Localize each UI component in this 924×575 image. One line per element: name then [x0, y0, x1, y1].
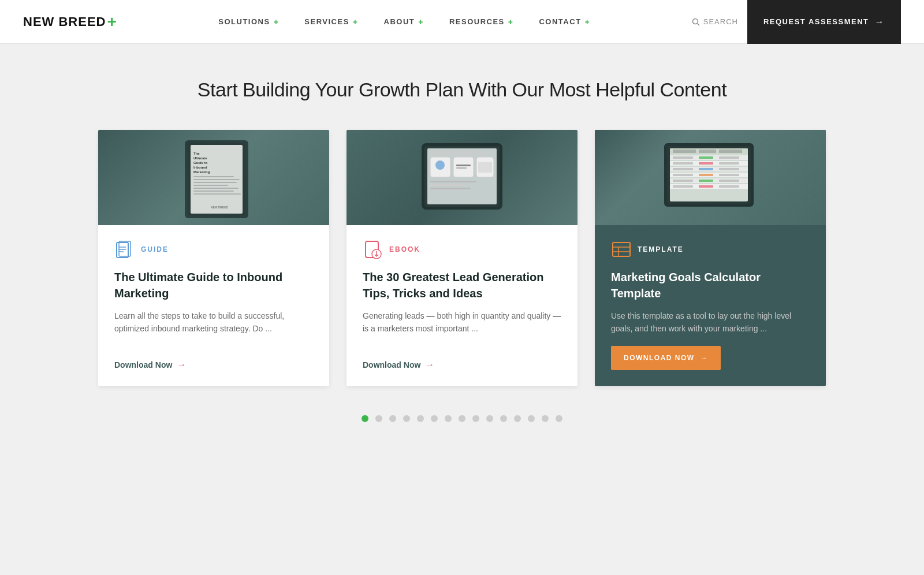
cards-container: The Ultimate Guide to Inbound Marketing …: [87, 130, 837, 386]
pagination-dot-6[interactable]: [445, 415, 452, 422]
pagination-dot-0[interactable]: [362, 415, 368, 422]
svg-rect-44: [673, 150, 696, 153]
svg-rect-34: [430, 181, 476, 182]
nav-contact[interactable]: CONTACT +: [526, 0, 603, 44]
guide-image-svg: The Ultimate Guide to Inbound Marketing …: [156, 135, 271, 221]
svg-text:The: The: [193, 152, 200, 155]
svg-rect-36: [430, 188, 471, 189]
card-ebook-mock: [346, 130, 578, 225]
card-ebook-type-label: EBOOK: [389, 245, 420, 253]
pagination-dot-13[interactable]: [542, 415, 549, 422]
svg-rect-49: [699, 156, 713, 159]
svg-rect-53: [699, 162, 713, 165]
pagination-dot-11[interactable]: [514, 415, 521, 422]
card-template-body: TEMPLATE Marketing Goals Calculator Temp…: [595, 225, 826, 386]
section-title: Start Building Your Growth Plan With Our…: [23, 79, 901, 101]
pagination-dot-2[interactable]: [389, 415, 396, 422]
svg-text:Inbound: Inbound: [193, 166, 207, 169]
svg-point-28: [435, 160, 445, 170]
main-content: Start Building Your Growth Plan With Our…: [0, 44, 924, 575]
svg-rect-46: [719, 150, 742, 153]
card-ebook-link-arrow: →: [425, 360, 434, 370]
svg-rect-33: [478, 162, 492, 173]
svg-rect-50: [719, 156, 739, 159]
nav-resources[interactable]: RESOURCES +: [437, 0, 527, 44]
nav-about[interactable]: ABOUT +: [371, 0, 437, 44]
pagination-dot-4[interactable]: [417, 415, 424, 422]
svg-rect-18: [117, 242, 128, 257]
svg-rect-11: [193, 179, 240, 180]
svg-text:Marketing: Marketing: [193, 170, 210, 174]
svg-rect-13: [193, 185, 228, 186]
pagination-dot-9[interactable]: [486, 415, 493, 422]
svg-rect-66: [719, 180, 739, 182]
card-ebook-download-link[interactable]: Download Now →: [363, 360, 561, 370]
card-template-mock: [595, 130, 826, 225]
svg-rect-56: [673, 168, 693, 170]
card-guide-desc: Learn all the steps to take to build a s…: [114, 309, 313, 349]
svg-rect-57: [699, 168, 713, 170]
template-image-svg: [653, 135, 768, 221]
card-guide-body: GUIDE The Ultimate Guide to Inbound Mark…: [98, 225, 329, 386]
nav-services[interactable]: SERVICES +: [292, 0, 371, 44]
card-guide-link-label: Download Now: [114, 360, 172, 369]
card-guide-link-arrow: →: [177, 360, 186, 370]
logo[interactable]: NEW BREED +: [23, 13, 117, 31]
logo-plus: +: [107, 13, 117, 31]
guide-icon: [114, 239, 135, 260]
svg-rect-29: [453, 157, 474, 177]
card-ebook-image: [346, 130, 578, 225]
svg-rect-14: [193, 188, 239, 189]
svg-rect-68: [673, 185, 693, 188]
card-guide-image: The Ultimate Guide to Inbound Marketing …: [98, 130, 329, 225]
pagination-dot-8[interactable]: [472, 415, 479, 422]
svg-rect-71: [613, 242, 630, 256]
card-ebook-type: EBOOK: [363, 239, 561, 260]
svg-rect-52: [673, 162, 693, 165]
main-nav: SOLUTIONS + SERVICES + ABOUT + RESOURCES…: [206, 0, 603, 44]
svg-rect-62: [719, 174, 739, 176]
header: NEW BREED + SOLUTIONS + SERVICES + ABOUT…: [0, 0, 924, 44]
card-template-desc: Use this template as a tool to lay out t…: [611, 309, 810, 335]
svg-rect-16: [193, 193, 241, 195]
svg-point-0: [692, 18, 698, 24]
search-area[interactable]: SEARCH: [692, 17, 738, 26]
pagination-dot-12[interactable]: [528, 415, 535, 422]
svg-rect-54: [719, 162, 739, 165]
svg-rect-10: [193, 176, 234, 177]
search-icon: [692, 18, 700, 26]
card-ebook-desc: Generating leads — both high in quantity…: [363, 309, 561, 349]
template-icon: [611, 239, 632, 260]
svg-rect-15: [193, 191, 234, 192]
card-ebook-title: The 30 Greatest Lead Generation Tips, Tr…: [363, 269, 561, 301]
pagination-dot-14[interactable]: [556, 415, 562, 422]
pagination-dot-3[interactable]: [403, 415, 410, 422]
pagination-dot-1[interactable]: [375, 415, 382, 422]
search-label: SEARCH: [703, 17, 738, 26]
svg-rect-70: [719, 185, 739, 188]
request-assessment-button[interactable]: REQUEST ASSESSMENT →: [747, 0, 901, 44]
svg-rect-61: [699, 174, 713, 176]
svg-rect-48: [673, 156, 693, 159]
header-right: SEARCH REQUEST ASSESSMENT →: [692, 0, 901, 44]
card-guide-title: The Ultimate Guide to Inbound Marketing: [114, 269, 313, 301]
card-ebook-body: EBOOK The 30 Greatest Lead Generation Ti…: [346, 225, 578, 386]
ebook-icon: [363, 239, 383, 260]
svg-text:NEW BREED: NEW BREED: [211, 206, 229, 209]
pagination-dot-5[interactable]: [431, 415, 438, 422]
nav-solutions[interactable]: SOLUTIONS +: [206, 0, 292, 44]
svg-rect-69: [699, 185, 713, 188]
card-template-type-label: TEMPLATE: [638, 245, 684, 253]
card-ebook-link-label: Download Now: [363, 360, 420, 369]
svg-rect-12: [193, 182, 237, 183]
card-template: TEMPLATE Marketing Goals Calculator Temp…: [595, 130, 826, 386]
svg-text:Ultimate: Ultimate: [193, 156, 207, 160]
logo-text: NEW BREED: [23, 14, 106, 29]
pagination-dot-10[interactable]: [500, 415, 507, 422]
card-guide: The Ultimate Guide to Inbound Marketing …: [98, 130, 329, 386]
card-guide-download-link[interactable]: Download Now →: [114, 360, 313, 370]
card-template-btn-label: DOWNLOAD NOW: [624, 354, 695, 362]
card-template-download-button[interactable]: DOWNLOAD NOW →: [611, 346, 721, 370]
card-template-btn-arrow: →: [701, 354, 709, 362]
pagination-dot-7[interactable]: [459, 415, 465, 422]
